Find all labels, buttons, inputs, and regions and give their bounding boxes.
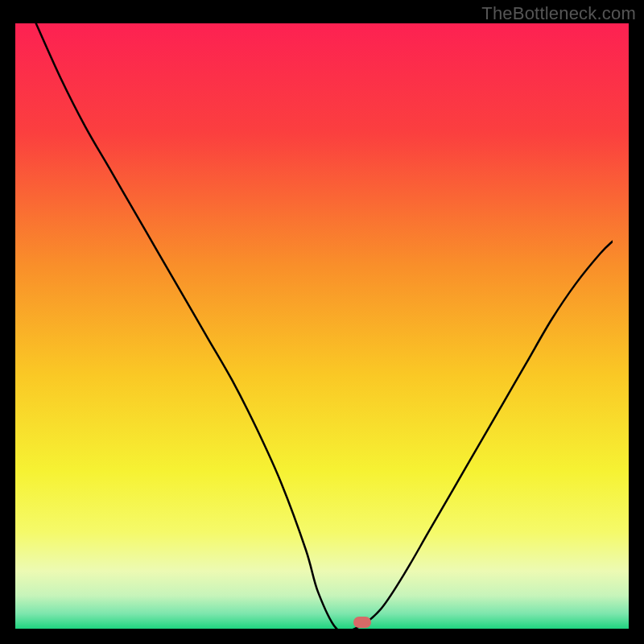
optimal-marker [353,617,371,628]
chart-stage: TheBottleneck.com [0,0,644,644]
bottleneck-curve [0,23,613,629]
plot-area [15,23,629,629]
watermark-text: TheBottleneck.com [481,3,636,24]
